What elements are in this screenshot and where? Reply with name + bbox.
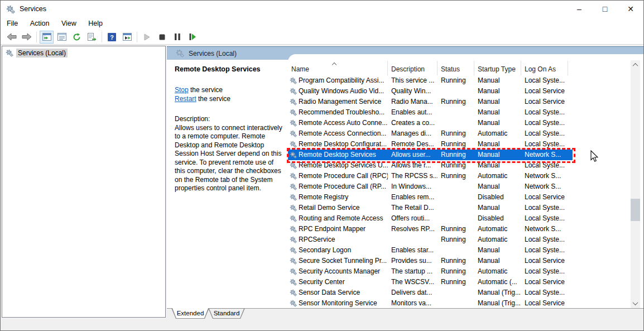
back-arrow-icon <box>7 33 17 41</box>
table-row[interactable]: Remote Desktop Services Allows user... R… <box>288 150 573 160</box>
sort-ascending-icon <box>333 62 337 66</box>
minimize-button[interactable]: – <box>566 1 592 18</box>
help-button[interactable]: ? <box>105 31 119 44</box>
service-gear-icon <box>290 162 297 169</box>
table-row[interactable]: Routing and Remote Access Offers routi..… <box>288 213 573 224</box>
show-console-tree-button[interactable] <box>40 31 54 44</box>
table-row[interactable]: Security Center The WSCSV... Running Aut… <box>288 277 573 287</box>
export-list-button[interactable] <box>85 31 99 44</box>
start-service-icon <box>144 33 150 41</box>
menu-action[interactable]: Action <box>25 18 55 28</box>
service-gear-icon <box>290 289 297 296</box>
selected-service-title: Remote Desktop Services <box>175 65 281 73</box>
stop-service-line: Stop the service <box>175 85 281 94</box>
view-tabs: Extended Standard <box>167 308 643 319</box>
service-gear-icon <box>290 130 297 137</box>
service-gear-icon <box>290 279 297 286</box>
table-row[interactable]: Remote Desktop Configurat... Remote Des.… <box>288 139 573 150</box>
title-bar: Services – □ ✕ <box>1 1 643 18</box>
table-row[interactable]: Remote Access Connection... Manages di..… <box>288 128 573 139</box>
services-table-body: Program Compatibility Assi... This servi… <box>288 75 573 308</box>
stop-service-suffix: the service <box>189 86 223 94</box>
column-header-description[interactable]: Description <box>388 61 438 75</box>
service-gear-icon <box>290 119 297 127</box>
table-row[interactable]: Program Compatibility Assi... This servi… <box>288 75 573 86</box>
list-header-row: Name Description Status Startup Type Log… <box>288 61 568 75</box>
table-row[interactable]: Remote Desktop Services U... Allows the … <box>288 160 573 171</box>
start-service-button[interactable] <box>140 31 154 44</box>
export-list-icon <box>88 33 97 41</box>
show-action-pane-button[interactable] <box>120 31 134 44</box>
service-gear-icon <box>290 151 297 159</box>
toolbar-separator <box>102 32 102 42</box>
svg-text:?: ? <box>110 33 114 40</box>
toolbar-separator <box>36 32 37 42</box>
forward-arrow-icon <box>22 33 32 41</box>
table-row[interactable]: Remote Procedure Call (RPC) The RPCSS s.… <box>288 171 573 181</box>
close-button[interactable]: ✕ <box>618 1 643 18</box>
service-gear-icon <box>290 98 297 105</box>
service-gear-icon <box>290 77 297 84</box>
tab-standard[interactable]: Standard <box>208 308 245 319</box>
scroll-up-button[interactable] <box>631 60 640 70</box>
pause-service-button[interactable] <box>170 31 184 44</box>
tab-extended[interactable]: Extended <box>171 308 209 319</box>
services-window: Services – □ ✕ File Action View Help <box>0 0 644 331</box>
restart-service-button[interactable] <box>185 31 199 44</box>
restart-service-line: Restart the service <box>175 94 281 103</box>
restart-service-link[interactable]: Restart <box>175 95 196 103</box>
table-row[interactable]: Recommended Troublesho... Enables aut...… <box>288 107 573 118</box>
service-gear-icon <box>290 257 297 265</box>
service-gear-icon <box>290 204 297 212</box>
refresh-button[interactable] <box>70 31 84 44</box>
table-row[interactable]: Secondary Logon Enables star... Manual L… <box>288 245 573 256</box>
column-header-log-on-as[interactable]: Log On As <box>521 61 568 75</box>
table-row[interactable]: Retail Demo Service The Retail D... Manu… <box>288 203 573 213</box>
table-row[interactable]: Quality Windows Audio Vid... Quality Win… <box>288 86 573 97</box>
tree-item-services-local[interactable]: Services (Local) <box>2 46 165 57</box>
table-row[interactable]: Radio Management Service Radio Mana... R… <box>288 97 573 107</box>
console-tree-pane: Services (Local) <box>2 46 166 318</box>
refresh-icon <box>73 33 81 41</box>
menu-file[interactable]: File <box>1 18 23 28</box>
table-row[interactable]: Security Accounts Manager The startup ..… <box>288 266 573 277</box>
service-gear-icon <box>290 109 297 116</box>
service-gear-icon <box>290 183 297 190</box>
chevron-up-icon <box>633 63 638 69</box>
chevron-down-icon <box>633 300 638 305</box>
service-gear-icon <box>290 172 297 180</box>
forward-button[interactable] <box>20 31 33 44</box>
tab-standard-label: Standard <box>208 308 245 319</box>
console-tree-icon <box>42 33 51 41</box>
scroll-down-button[interactable] <box>631 299 640 308</box>
properties-icon <box>57 33 66 41</box>
table-row[interactable]: RPC Endpoint Mapper Resolves RP... Runni… <box>288 224 573 234</box>
back-button[interactable] <box>4 31 18 44</box>
services-gear-icon <box>176 49 184 57</box>
table-row[interactable]: RPCService Running Automatic Local Syste… <box>288 234 573 245</box>
column-header-startup-type[interactable]: Startup Type <box>474 61 521 75</box>
properties-button[interactable] <box>55 31 69 44</box>
scrollbar-thumb[interactable] <box>631 199 640 221</box>
column-header-name[interactable]: Name <box>288 61 388 75</box>
tree-item-label: Services (Local) <box>16 49 68 57</box>
service-gear-icon <box>290 215 297 222</box>
column-header-status[interactable]: Status <box>438 61 474 75</box>
table-row[interactable]: Sensor Data Service Delivers dat... Manu… <box>288 287 573 298</box>
window-title: Services <box>20 5 46 13</box>
menu-view[interactable]: View <box>56 18 81 28</box>
table-row[interactable]: Sensor Monitoring Service Monitors va...… <box>288 298 573 308</box>
table-row[interactable]: Secure Socket Tunneling Pr... Provides s… <box>288 256 573 266</box>
stop-service-button[interactable] <box>155 31 169 44</box>
table-row[interactable]: Remote Access Auto Conne... Creates a co… <box>288 118 573 128</box>
restart-service-icon <box>189 33 196 40</box>
vertical-scrollbar[interactable] <box>631 60 640 308</box>
menu-help[interactable]: Help <box>83 18 108 28</box>
table-row[interactable]: Remote Registry Enables rem... Disabled … <box>288 192 573 203</box>
toolbar: ? <box>1 30 643 45</box>
service-gear-icon <box>290 88 297 95</box>
table-row[interactable]: Remote Procedure Call (RP... In Windows.… <box>288 181 573 192</box>
services-list: Name Description Status Startup Type Log… <box>288 54 643 308</box>
stop-service-link[interactable]: Stop <box>175 86 189 94</box>
maximize-button[interactable]: □ <box>592 1 618 18</box>
